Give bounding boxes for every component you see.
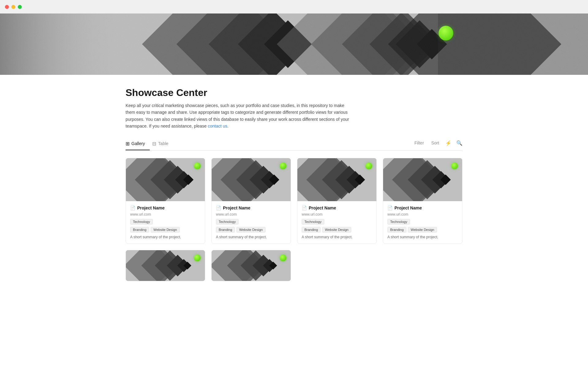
card-title: Project Name	[223, 205, 250, 210]
card-green-dot	[280, 255, 286, 261]
tag: Technology	[302, 219, 324, 224]
maximize-button[interactable]	[18, 5, 22, 9]
tag: Website Design	[236, 227, 266, 232]
view-tabs-bar: ⊞ Gallery ⊟ Table Filter Sort ⚡ 🔍	[126, 138, 462, 151]
tag: Branding	[216, 227, 235, 232]
card-title: Project Name	[137, 205, 164, 210]
document-icon: 📄	[387, 205, 393, 210]
gallery-grid-row2	[126, 250, 462, 281]
card-body: 📄 Project Name www.url.com Technology Br…	[212, 201, 291, 243]
card-green-dot	[451, 163, 458, 169]
gallery-card[interactable]: 📄 Project Name www.url.com Technology Br…	[297, 158, 377, 244]
gallery-card[interactable]	[126, 250, 205, 281]
close-button[interactable]	[5, 5, 9, 9]
tabs-right-toolbar: Filter Sort ⚡ 🔍	[413, 139, 462, 149]
card-url: www.url.com	[302, 212, 372, 217]
card-summary: A short summary of the project.	[216, 235, 286, 239]
gallery-grid: 📄 Project Name www.url.com Technology Br…	[126, 158, 462, 244]
card-summary: A short summary of the project.	[387, 235, 458, 239]
hero-banner	[0, 13, 588, 75]
search-icon[interactable]: 🔍	[456, 140, 462, 146]
tabs-left: ⊞ Gallery ⊟ Table	[126, 138, 176, 150]
gallery-card[interactable]: 📄 Project Name www.url.com Technology Br…	[383, 158, 462, 244]
card-tags: Technology	[387, 219, 458, 224]
card-green-dot	[365, 163, 372, 169]
gallery-card[interactable]: 📄 Project Name www.url.com Technology Br…	[211, 158, 291, 244]
titlebar	[0, 0, 588, 13]
tag: Technology	[387, 219, 410, 224]
card-url: www.url.com	[387, 212, 458, 217]
tag: Website Design	[408, 227, 437, 232]
card-tags-row2: Branding Website Design	[302, 227, 372, 232]
card-title-row: 📄 Project Name	[130, 205, 201, 210]
card-thumbnail	[383, 158, 462, 201]
filter-button[interactable]: Filter	[413, 139, 425, 147]
hero-green-dot	[439, 26, 453, 40]
card-thumbnail	[297, 158, 376, 201]
card-body: 📄 Project Name www.url.com Technology Br…	[383, 201, 462, 243]
document-icon: 📄	[302, 205, 307, 210]
tag: Branding	[387, 227, 406, 232]
card-thumbnail	[212, 250, 291, 281]
gallery-card[interactable]	[211, 250, 291, 281]
card-title-row: 📄 Project Name	[302, 205, 372, 210]
card-tags: Technology	[216, 219, 286, 224]
card-summary: A short summary of the project.	[130, 235, 201, 239]
lightning-icon[interactable]: ⚡	[445, 140, 451, 146]
card-url: www.url.com	[216, 212, 286, 217]
card-tags-row2: Branding Website Design	[130, 227, 201, 232]
gallery-card[interactable]: 📄 Project Name www.url.com Technology Br…	[126, 158, 205, 244]
svg-rect-15	[0, 13, 588, 75]
gallery-icon: ⊞	[126, 141, 130, 147]
tag: Technology	[130, 219, 153, 224]
card-body: 📄 Project Name www.url.com Technology Br…	[297, 201, 376, 243]
tag: Website Design	[151, 227, 180, 232]
card-tags-row2: Branding Website Design	[387, 227, 458, 232]
card-green-dot	[280, 163, 286, 169]
minimize-button[interactable]	[11, 5, 15, 9]
page-title: Showcase Center	[126, 87, 462, 98]
card-thumbnail	[126, 158, 205, 201]
tag: Technology	[216, 219, 239, 224]
card-summary: A short summary of the project.	[302, 235, 372, 239]
card-url: www.url.com	[130, 212, 201, 217]
tag: Branding	[130, 227, 149, 232]
tag: Website Design	[322, 227, 351, 232]
card-title: Project Name	[309, 205, 336, 210]
contact-us-link[interactable]: contact us	[208, 124, 228, 128]
card-title: Project Name	[394, 205, 422, 210]
card-green-dot	[194, 163, 201, 169]
page-description: Keep all your critical marketing showcas…	[126, 102, 352, 130]
card-title-row: 📄 Project Name	[387, 205, 458, 210]
tab-table-label: Table	[158, 141, 168, 146]
card-title-row: 📄 Project Name	[216, 205, 286, 210]
card-tags: Technology	[302, 219, 372, 224]
tag: Branding	[302, 227, 321, 232]
tab-gallery-label: Gallery	[131, 141, 145, 146]
card-thumbnail	[212, 158, 291, 201]
card-thumbnail	[126, 250, 205, 281]
table-icon: ⊟	[152, 141, 156, 147]
tab-gallery[interactable]: ⊞ Gallery	[126, 138, 150, 150]
sort-button[interactable]: Sort	[430, 139, 440, 147]
page-content: Showcase Center Keep all your critical m…	[95, 75, 493, 293]
document-icon: 📄	[130, 205, 135, 210]
tab-table[interactable]: ⊟ Table	[152, 138, 173, 150]
card-green-dot	[194, 255, 201, 261]
card-body: 📄 Project Name www.url.com Technology Br…	[126, 201, 205, 243]
card-tags: Technology	[130, 219, 201, 224]
card-tags-row2: Branding Website Design	[216, 227, 286, 232]
document-icon: 📄	[216, 205, 221, 210]
